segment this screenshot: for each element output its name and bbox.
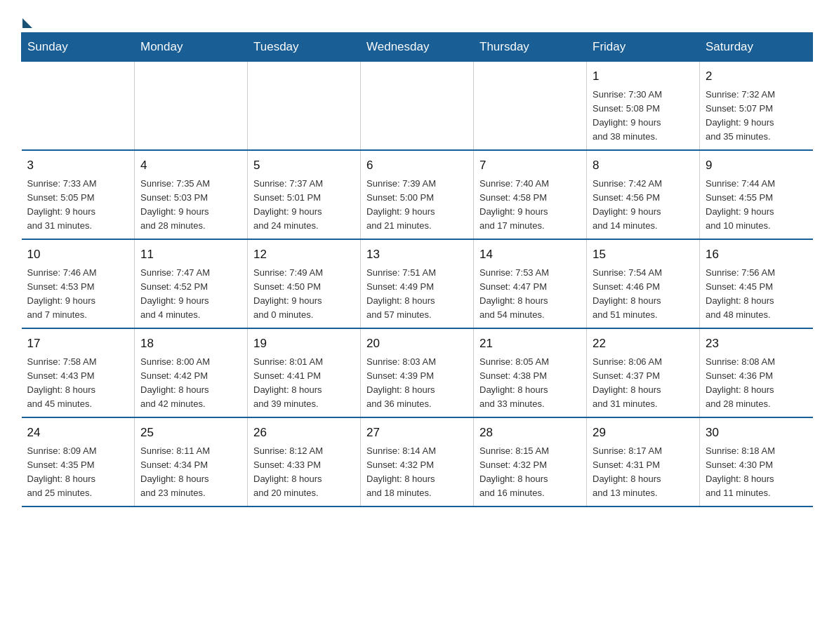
cell-info-text: Sunrise: 7:39 AM Sunset: 5:00 PM Dayligh…	[366, 177, 468, 234]
calendar-cell: 27Sunrise: 8:14 AM Sunset: 4:32 PM Dayli…	[361, 417, 474, 507]
cell-day-number: 24	[27, 424, 129, 442]
cell-info-text: Sunrise: 7:58 AM Sunset: 4:43 PM Dayligh…	[27, 355, 129, 412]
cell-info-text: Sunrise: 8:05 AM Sunset: 4:38 PM Dayligh…	[479, 355, 581, 412]
cell-info-text: Sunrise: 8:18 AM Sunset: 4:30 PM Dayligh…	[706, 444, 807, 501]
cell-info-text: Sunrise: 7:51 AM Sunset: 4:49 PM Dayligh…	[366, 266, 468, 323]
weekday-header-friday: Friday	[587, 33, 700, 62]
calendar-cell: 30Sunrise: 8:18 AM Sunset: 4:30 PM Dayli…	[700, 417, 813, 507]
calendar-table: SundayMondayTuesdayWednesdayThursdayFrid…	[21, 32, 813, 507]
cell-day-number: 27	[366, 424, 468, 442]
cell-info-text: Sunrise: 8:11 AM Sunset: 4:34 PM Dayligh…	[140, 444, 241, 501]
weekday-header-row: SundayMondayTuesdayWednesdayThursdayFrid…	[22, 33, 813, 62]
weekday-header-tuesday: Tuesday	[248, 33, 361, 62]
cell-info-text: Sunrise: 7:33 AM Sunset: 5:05 PM Dayligh…	[27, 177, 129, 234]
calendar-cell: 26Sunrise: 8:12 AM Sunset: 4:33 PM Dayli…	[248, 417, 361, 507]
weekday-header-thursday: Thursday	[474, 33, 587, 62]
page-header	[21, 14, 813, 25]
calendar-cell	[248, 62, 361, 151]
cell-info-text: Sunrise: 8:03 AM Sunset: 4:39 PM Dayligh…	[366, 355, 468, 412]
calendar-week-row: 1Sunrise: 7:30 AM Sunset: 5:08 PM Daylig…	[22, 62, 813, 151]
calendar-week-row: 24Sunrise: 8:09 AM Sunset: 4:35 PM Dayli…	[22, 417, 813, 507]
calendar-cell: 2Sunrise: 7:32 AM Sunset: 5:07 PM Daylig…	[700, 62, 813, 151]
calendar-cell: 10Sunrise: 7:46 AM Sunset: 4:53 PM Dayli…	[22, 239, 135, 328]
cell-info-text: Sunrise: 8:01 AM Sunset: 4:41 PM Dayligh…	[253, 355, 355, 412]
calendar-cell: 16Sunrise: 7:56 AM Sunset: 4:45 PM Dayli…	[700, 239, 813, 328]
cell-day-number: 6	[366, 156, 468, 175]
calendar-cell: 3Sunrise: 7:33 AM Sunset: 5:05 PM Daylig…	[22, 150, 135, 239]
calendar-cell	[474, 62, 587, 151]
cell-info-text: Sunrise: 7:54 AM Sunset: 4:46 PM Dayligh…	[593, 266, 694, 323]
cell-info-text: Sunrise: 8:09 AM Sunset: 4:35 PM Dayligh…	[27, 444, 129, 501]
cell-info-text: Sunrise: 7:42 AM Sunset: 4:56 PM Dayligh…	[593, 177, 694, 234]
cell-day-number: 30	[706, 424, 807, 442]
cell-info-text: Sunrise: 7:46 AM Sunset: 4:53 PM Dayligh…	[27, 266, 129, 323]
calendar-cell: 18Sunrise: 8:00 AM Sunset: 4:42 PM Dayli…	[135, 328, 248, 417]
cell-day-number: 21	[479, 335, 581, 353]
calendar-cell: 24Sunrise: 8:09 AM Sunset: 4:35 PM Dayli…	[22, 417, 135, 507]
cell-day-number: 18	[140, 335, 241, 353]
cell-day-number: 15	[593, 246, 694, 264]
cell-day-number: 7	[479, 156, 581, 175]
cell-info-text: Sunrise: 8:15 AM Sunset: 4:32 PM Dayligh…	[479, 444, 581, 501]
cell-info-text: Sunrise: 8:06 AM Sunset: 4:37 PM Dayligh…	[593, 355, 694, 412]
calendar-cell: 29Sunrise: 8:17 AM Sunset: 4:31 PM Dayli…	[587, 417, 700, 507]
calendar-cell: 6Sunrise: 7:39 AM Sunset: 5:00 PM Daylig…	[361, 150, 474, 239]
calendar-cell: 4Sunrise: 7:35 AM Sunset: 5:03 PM Daylig…	[135, 150, 248, 239]
calendar-body: 1Sunrise: 7:30 AM Sunset: 5:08 PM Daylig…	[22, 62, 813, 507]
weekday-header-sunday: Sunday	[22, 33, 135, 62]
calendar-week-row: 10Sunrise: 7:46 AM Sunset: 4:53 PM Dayli…	[22, 239, 813, 328]
calendar-cell: 5Sunrise: 7:37 AM Sunset: 5:01 PM Daylig…	[248, 150, 361, 239]
calendar-cell: 13Sunrise: 7:51 AM Sunset: 4:49 PM Dayli…	[361, 239, 474, 328]
cell-day-number: 13	[366, 246, 468, 264]
cell-day-number: 10	[27, 246, 129, 264]
cell-day-number: 19	[253, 335, 355, 353]
calendar-cell: 28Sunrise: 8:15 AM Sunset: 4:32 PM Dayli…	[474, 417, 587, 507]
calendar-cell: 8Sunrise: 7:42 AM Sunset: 4:56 PM Daylig…	[587, 150, 700, 239]
calendar-cell: 22Sunrise: 8:06 AM Sunset: 4:37 PM Dayli…	[587, 328, 700, 417]
cell-day-number: 12	[253, 246, 355, 264]
calendar-cell: 15Sunrise: 7:54 AM Sunset: 4:46 PM Dayli…	[587, 239, 700, 328]
cell-day-number: 16	[706, 246, 807, 264]
logo	[21, 14, 32, 25]
cell-day-number: 25	[140, 424, 241, 442]
cell-info-text: Sunrise: 7:37 AM Sunset: 5:01 PM Dayligh…	[253, 177, 355, 234]
weekday-header-monday: Monday	[135, 33, 248, 62]
calendar-cell: 11Sunrise: 7:47 AM Sunset: 4:52 PM Dayli…	[135, 239, 248, 328]
calendar-cell: 12Sunrise: 7:49 AM Sunset: 4:50 PM Dayli…	[248, 239, 361, 328]
cell-day-number: 8	[593, 156, 694, 175]
cell-day-number: 5	[253, 156, 355, 175]
calendar-cell: 14Sunrise: 7:53 AM Sunset: 4:47 PM Dayli…	[474, 239, 587, 328]
calendar-cell: 23Sunrise: 8:08 AM Sunset: 4:36 PM Dayli…	[700, 328, 813, 417]
weekday-header-wednesday: Wednesday	[361, 33, 474, 62]
cell-info-text: Sunrise: 8:17 AM Sunset: 4:31 PM Dayligh…	[593, 444, 694, 501]
calendar-header: SundayMondayTuesdayWednesdayThursdayFrid…	[22, 33, 813, 62]
calendar-cell: 21Sunrise: 8:05 AM Sunset: 4:38 PM Dayli…	[474, 328, 587, 417]
cell-info-text: Sunrise: 8:12 AM Sunset: 4:33 PM Dayligh…	[253, 444, 355, 501]
calendar-week-row: 17Sunrise: 7:58 AM Sunset: 4:43 PM Dayli…	[22, 328, 813, 417]
cell-day-number: 9	[706, 156, 807, 175]
calendar-week-row: 3Sunrise: 7:33 AM Sunset: 5:05 PM Daylig…	[22, 150, 813, 239]
cell-day-number: 14	[479, 246, 581, 264]
calendar-cell	[361, 62, 474, 151]
cell-info-text: Sunrise: 8:14 AM Sunset: 4:32 PM Dayligh…	[366, 444, 468, 501]
cell-info-text: Sunrise: 7:53 AM Sunset: 4:47 PM Dayligh…	[479, 266, 581, 323]
cell-day-number: 17	[27, 335, 129, 353]
calendar-cell: 19Sunrise: 8:01 AM Sunset: 4:41 PM Dayli…	[248, 328, 361, 417]
calendar-cell: 9Sunrise: 7:44 AM Sunset: 4:55 PM Daylig…	[700, 150, 813, 239]
cell-day-number: 26	[253, 424, 355, 442]
cell-info-text: Sunrise: 8:08 AM Sunset: 4:36 PM Dayligh…	[706, 355, 807, 412]
cell-info-text: Sunrise: 7:47 AM Sunset: 4:52 PM Dayligh…	[140, 266, 241, 323]
calendar-cell: 17Sunrise: 7:58 AM Sunset: 4:43 PM Dayli…	[22, 328, 135, 417]
cell-info-text: Sunrise: 7:30 AM Sunset: 5:08 PM Dayligh…	[593, 88, 694, 145]
calendar-cell	[135, 62, 248, 151]
cell-day-number: 23	[706, 335, 807, 353]
cell-day-number: 1	[593, 67, 694, 86]
cell-day-number: 28	[479, 424, 581, 442]
calendar-cell	[22, 62, 135, 151]
cell-info-text: Sunrise: 8:00 AM Sunset: 4:42 PM Dayligh…	[140, 355, 241, 412]
cell-info-text: Sunrise: 7:32 AM Sunset: 5:07 PM Dayligh…	[706, 88, 807, 145]
cell-day-number: 29	[593, 424, 694, 442]
cell-day-number: 22	[593, 335, 694, 353]
weekday-header-saturday: Saturday	[700, 33, 813, 62]
calendar-cell: 25Sunrise: 8:11 AM Sunset: 4:34 PM Dayli…	[135, 417, 248, 507]
